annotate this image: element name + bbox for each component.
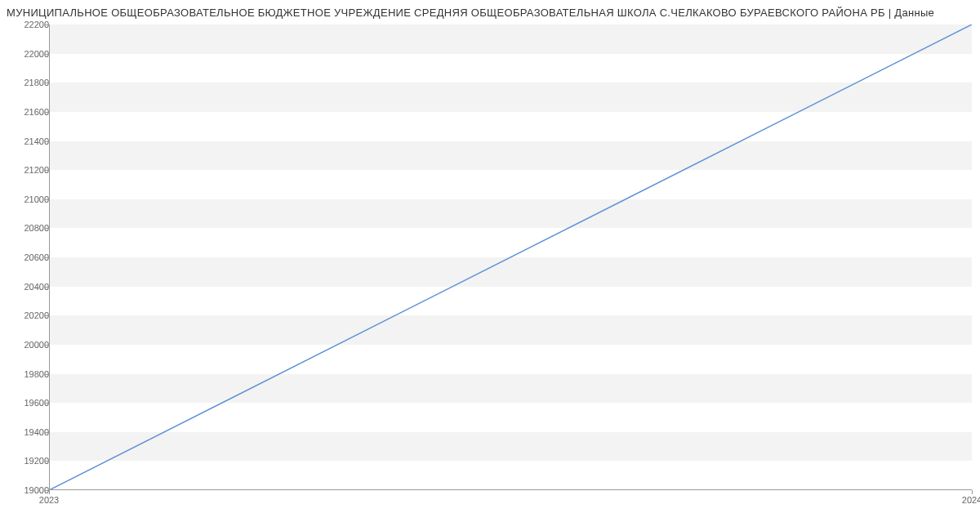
y-tick-mark bbox=[45, 199, 49, 200]
y-tick-label: 22200 bbox=[8, 20, 49, 29]
y-tick-label: 21800 bbox=[8, 78, 49, 87]
y-tick-label: 20400 bbox=[8, 282, 49, 292]
y-tick-label: 21400 bbox=[8, 136, 49, 146]
y-tick-label: 19200 bbox=[8, 456, 49, 466]
y-tick-label: 21200 bbox=[8, 165, 49, 175]
y-tick-mark bbox=[45, 170, 49, 171]
plot-area bbox=[49, 25, 972, 490]
y-tick-mark bbox=[45, 112, 49, 113]
y-tick-mark bbox=[45, 25, 49, 25]
x-tick-label: 2024 bbox=[962, 495, 980, 505]
y-tick-mark bbox=[45, 141, 49, 142]
grid-band bbox=[49, 374, 972, 404]
grid-band bbox=[49, 315, 972, 345]
y-tick-mark bbox=[45, 315, 49, 316]
x-tick-mark bbox=[49, 490, 50, 494]
y-tick-mark bbox=[45, 345, 49, 346]
x-axis bbox=[49, 489, 972, 490]
y-tick-mark bbox=[45, 432, 49, 433]
y-tick-label: 19600 bbox=[8, 398, 49, 408]
grid-band bbox=[49, 257, 972, 287]
y-tick-mark bbox=[45, 374, 49, 375]
y-tick-mark bbox=[45, 257, 49, 258]
y-tick-label: 20200 bbox=[8, 310, 49, 320]
grid-band bbox=[49, 83, 972, 112]
y-tick-label: 21600 bbox=[8, 107, 49, 117]
x-tick-label: 2023 bbox=[39, 495, 59, 505]
chart-container: МУНИЦИПАЛЬНОЕ ОБЩЕОБРАЗОВАТЕЛЬНОЕ БЮДЖЕТ… bbox=[0, 0, 980, 531]
y-axis bbox=[49, 25, 50, 490]
y-tick-label: 19800 bbox=[8, 369, 49, 379]
chart-title: МУНИЦИПАЛЬНОЕ ОБЩЕОБРАЗОВАТЕЛЬНОЕ БЮДЖЕТ… bbox=[0, 0, 980, 22]
grid-band bbox=[49, 432, 972, 462]
y-tick-label: 20000 bbox=[8, 340, 49, 350]
grid-band bbox=[49, 199, 972, 229]
y-tick-label: 22000 bbox=[8, 49, 49, 59]
y-tick-mark bbox=[45, 403, 49, 404]
y-tick-mark bbox=[45, 228, 49, 229]
grid-band bbox=[49, 25, 972, 54]
grid-band bbox=[49, 141, 972, 171]
y-tick-label: 20800 bbox=[8, 223, 49, 233]
x-tick-mark bbox=[972, 490, 973, 494]
y-tick-label: 19400 bbox=[8, 427, 49, 437]
y-tick-label: 21000 bbox=[8, 194, 49, 204]
y-tick-mark bbox=[45, 287, 49, 288]
y-tick-label: 19000 bbox=[8, 485, 49, 495]
y-tick-mark bbox=[45, 54, 49, 55]
y-tick-mark bbox=[45, 461, 49, 462]
y-tick-mark bbox=[45, 83, 49, 83]
y-tick-label: 20600 bbox=[8, 252, 49, 262]
